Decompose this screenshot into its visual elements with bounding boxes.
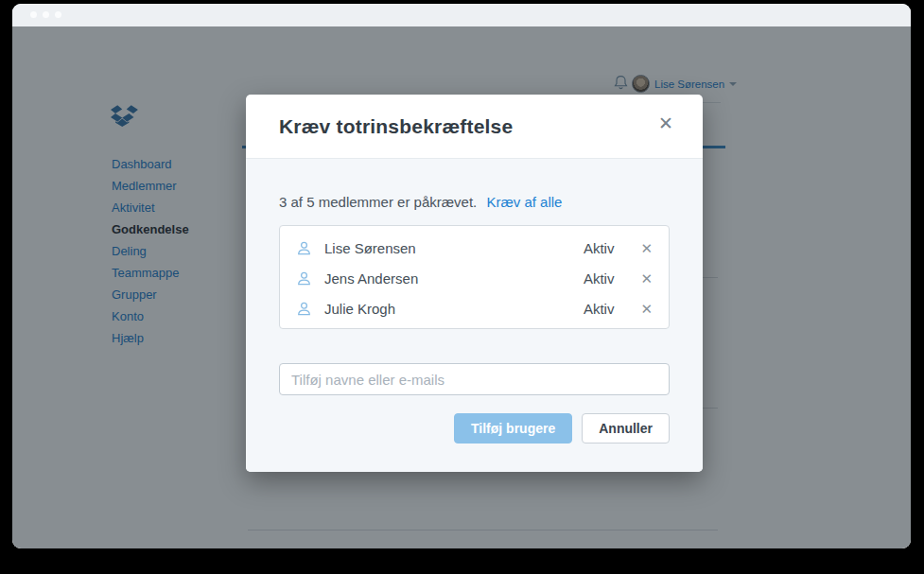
add-users-input[interactable] <box>279 363 670 395</box>
member-row: Lise Sørensen Aktiv ✕ <box>280 233 669 263</box>
cancel-button[interactable]: Annuller <box>582 413 670 444</box>
status-badge: Aktiv <box>584 240 615 256</box>
person-icon <box>296 270 312 287</box>
modal-actions: Tilføj brugere Annuller <box>279 413 670 444</box>
summary-text: 3 af 5 medlemmer er påkrævet. <box>279 194 477 210</box>
remove-member-icon[interactable]: ✕ <box>640 271 653 286</box>
window-controls <box>30 11 61 18</box>
close-icon[interactable]: ✕ <box>654 113 677 135</box>
remove-member-icon[interactable]: ✕ <box>640 302 653 316</box>
window-titlebar <box>12 4 911 26</box>
modal-body: 3 af 5 medlemmer er påkrævet. Kræv af al… <box>246 158 703 472</box>
summary-row: 3 af 5 medlemmer er påkrævet. Kræv af al… <box>279 159 670 210</box>
member-name: Julie Krogh <box>324 301 395 317</box>
add-users-button[interactable]: Tilføj brugere <box>454 413 572 444</box>
modal-title: Kræv totrinsbekræftelse <box>279 115 513 138</box>
modal-header: Kræv totrinsbekræftelse ✕ <box>246 95 703 158</box>
window-dot-icon[interactable] <box>43 11 49 18</box>
status-badge: Aktiv <box>584 301 615 317</box>
status-badge: Aktiv <box>584 270 615 287</box>
window-dot-icon[interactable] <box>55 11 61 18</box>
browser-window: Dashboard Medlemmer Aktivitet Godkendels… <box>12 4 911 548</box>
person-icon <box>296 240 312 256</box>
member-row: Julie Krogh Aktiv ✕ <box>280 293 669 323</box>
member-row: Jens Andersen Aktiv ✕ <box>280 263 669 293</box>
member-name: Lise Sørensen <box>324 240 416 256</box>
member-name: Jens Andersen <box>324 270 418 287</box>
member-list: Lise Sørensen Aktiv ✕ Jens Andersen Akti… <box>279 225 670 329</box>
remove-member-icon[interactable]: ✕ <box>640 241 653 255</box>
person-icon <box>296 301 312 317</box>
window-dot-icon[interactable] <box>30 11 37 18</box>
two-step-verification-modal: Kræv totrinsbekræftelse ✕ 3 af 5 medlemm… <box>246 95 703 472</box>
require-all-link[interactable]: Kræv af alle <box>486 194 562 210</box>
